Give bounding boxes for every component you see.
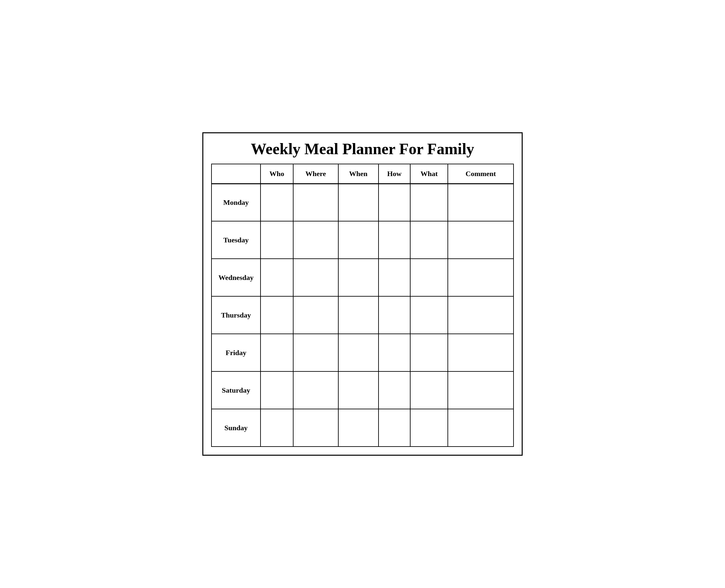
- cell-day-0: Monday: [212, 184, 261, 221]
- cell-day-1: Tuesday: [212, 221, 261, 259]
- header-what: What: [410, 164, 448, 184]
- cell-day-5: Saturday: [212, 372, 261, 409]
- cell-what-3[interactable]: [410, 296, 448, 334]
- cell-what-5[interactable]: [410, 372, 448, 409]
- cell-where-2[interactable]: [293, 259, 338, 296]
- cell-what-6[interactable]: [410, 409, 448, 446]
- cell-when-2[interactable]: [338, 259, 379, 296]
- cell-comment-0[interactable]: [448, 184, 513, 221]
- header-where: Where: [293, 164, 338, 184]
- cell-what-1[interactable]: [410, 221, 448, 259]
- cell-how-1[interactable]: [379, 221, 410, 259]
- cell-comment-1[interactable]: [448, 221, 513, 259]
- cell-who-5[interactable]: [261, 372, 293, 409]
- cell-how-3[interactable]: [379, 296, 410, 334]
- cell-day-4: Friday: [212, 334, 261, 372]
- table-row: Wednesday: [212, 259, 513, 296]
- cell-who-2[interactable]: [261, 259, 293, 296]
- header-when: When: [338, 164, 379, 184]
- cell-where-5[interactable]: [293, 372, 338, 409]
- cell-where-3[interactable]: [293, 296, 338, 334]
- table-body: MondayTuesdayWednesdayThursdayFridaySatu…: [212, 184, 513, 446]
- cell-where-4[interactable]: [293, 334, 338, 372]
- cell-where-0[interactable]: [293, 184, 338, 221]
- cell-what-0[interactable]: [410, 184, 448, 221]
- header-comment: Comment: [448, 164, 513, 184]
- cell-how-2[interactable]: [379, 259, 410, 296]
- header-how: How: [379, 164, 410, 184]
- cell-comment-3[interactable]: [448, 296, 513, 334]
- table-row: Monday: [212, 184, 513, 221]
- header-row: Who Where When How What Comment: [212, 164, 513, 184]
- cell-what-4[interactable]: [410, 334, 448, 372]
- table-row: Thursday: [212, 296, 513, 334]
- cell-comment-2[interactable]: [448, 259, 513, 296]
- cell-where-1[interactable]: [293, 221, 338, 259]
- cell-who-4[interactable]: [261, 334, 293, 372]
- cell-how-4[interactable]: [379, 334, 410, 372]
- cell-when-5[interactable]: [338, 372, 379, 409]
- cell-when-1[interactable]: [338, 221, 379, 259]
- planner-container: Weekly Meal Planner For Family Who Where…: [202, 132, 523, 456]
- page-title: Weekly Meal Planner For Family: [211, 140, 514, 158]
- cell-how-5[interactable]: [379, 372, 410, 409]
- header-day: [212, 164, 261, 184]
- cell-what-2[interactable]: [410, 259, 448, 296]
- cell-comment-4[interactable]: [448, 334, 513, 372]
- table-row: Tuesday: [212, 221, 513, 259]
- cell-day-3: Thursday: [212, 296, 261, 334]
- cell-where-6[interactable]: [293, 409, 338, 446]
- cell-when-0[interactable]: [338, 184, 379, 221]
- cell-how-6[interactable]: [379, 409, 410, 446]
- table-row: Saturday: [212, 372, 513, 409]
- cell-how-0[interactable]: [379, 184, 410, 221]
- cell-day-6: Sunday: [212, 409, 261, 446]
- table-row: Sunday: [212, 409, 513, 446]
- cell-day-2: Wednesday: [212, 259, 261, 296]
- meal-planner-table: Who Where When How What Comment MondayTu…: [211, 164, 514, 447]
- table-row: Friday: [212, 334, 513, 372]
- cell-who-1[interactable]: [261, 221, 293, 259]
- cell-comment-6[interactable]: [448, 409, 513, 446]
- cell-when-3[interactable]: [338, 296, 379, 334]
- header-who: Who: [261, 164, 293, 184]
- cell-comment-5[interactable]: [448, 372, 513, 409]
- cell-when-6[interactable]: [338, 409, 379, 446]
- cell-when-4[interactable]: [338, 334, 379, 372]
- cell-who-3[interactable]: [261, 296, 293, 334]
- cell-who-0[interactable]: [261, 184, 293, 221]
- cell-who-6[interactable]: [261, 409, 293, 446]
